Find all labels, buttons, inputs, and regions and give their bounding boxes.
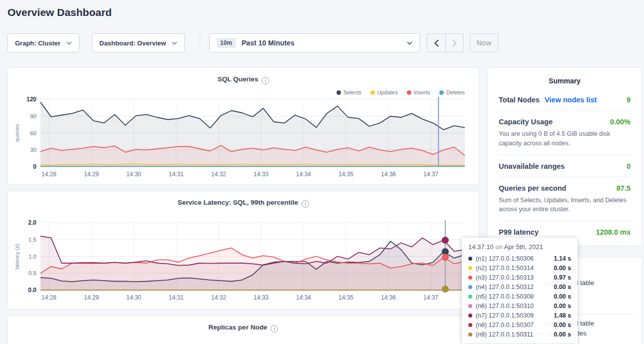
svg-text:30: 30	[30, 147, 36, 153]
tooltip-node-label: (n3) 127.0.0.1:50313	[476, 274, 534, 281]
svg-text:latency (s): latency (s)	[14, 244, 20, 269]
service-latency-chart[interactable]: 14:2814:2914:3014:3114:3214:3314:3414:35…	[8, 219, 480, 308]
tooltip-node-value: 0.97 s	[554, 274, 571, 281]
view-nodes-list-link[interactable]: View nodes list	[545, 96, 597, 104]
time-range-dropdown[interactable]: 10m Past 10 Minutes	[209, 33, 420, 52]
svg-text:14:36: 14:36	[381, 171, 396, 178]
qps-label: Queries per second	[499, 184, 566, 192]
svg-text:0: 0	[33, 163, 36, 170]
tooltip-node-label: (n7) 127.0.0.1:50309	[476, 312, 534, 319]
tooltip-node-value: 0.00 s	[554, 322, 571, 329]
tooltip-row: (n4) 127.0.0.1:503120.00 s	[468, 282, 571, 292]
chart-hover-tooltip: 14:37:10 on Apr 5th, 2021 (n1) 127.0.0.1…	[462, 238, 578, 344]
capacity-usage-description: You are using 0 B of 4.5 GiB usable disk…	[499, 129, 631, 148]
qps-description: Sum of Selects, Updates, Inserts, and De…	[499, 196, 631, 215]
legend-label: Updates	[377, 89, 398, 95]
summary-row-total-nodes: Total Nodes View nodes list 9	[499, 89, 631, 110]
summary-panel: Summary Total Nodes View nodes list 9 Ca…	[487, 67, 642, 246]
chevron-right-icon	[452, 39, 457, 47]
replicas-per-node-panel: Replicas per Nodei	[7, 316, 479, 344]
svg-text:14:32: 14:32	[211, 294, 226, 301]
tooltip-row: (n5) 127.0.0.1:503080.00 s	[468, 292, 571, 301]
summary-title: Summary	[488, 68, 642, 89]
svg-text:14:36: 14:36	[381, 294, 396, 301]
graph-selector-label: Graph: Cluster	[15, 39, 60, 47]
legend-item: Selects	[336, 89, 361, 95]
summary-row-unavailable-ranges: Unavailable ranges 0	[499, 155, 631, 177]
svg-text:14:28: 14:28	[41, 171, 56, 178]
svg-text:1.0: 1.0	[28, 254, 36, 260]
tooltip-node-label: (n5) 127.0.0.1:50308	[476, 293, 534, 300]
divider	[200, 34, 200, 52]
tooltip-row: (n7) 127.0.0.1:503091.48 s	[468, 311, 571, 320]
tooltip-time: 14:37:10	[468, 243, 494, 251]
svg-text:14:31: 14:31	[169, 294, 184, 301]
unavailable-ranges-label: Unavailable ranges	[499, 162, 565, 170]
graph-selector-dropdown[interactable]: Graph: Cluster	[7, 33, 79, 52]
legend-label: Inserts	[414, 89, 430, 95]
svg-text:90: 90	[30, 113, 36, 119]
sql-queries-title: SQL Queriesi	[8, 75, 479, 84]
summary-row-qps: Queries per second 87.5 Sum of Selects, …	[499, 177, 631, 221]
tooltip-node-label: (n8) 127.0.0.1:50307	[476, 322, 534, 329]
info-icon[interactable]: i	[262, 77, 269, 84]
tooltip-row: (n2) 127.0.0.1:503140.00 s	[468, 263, 571, 273]
sql-queries-chart[interactable]: 14:2814:2914:3014:3114:3214:3314:3414:35…	[8, 95, 480, 184]
tooltip-node-value: 0.00 s	[554, 284, 571, 291]
series-dot-icon	[468, 314, 472, 318]
svg-text:14:31: 14:31	[169, 171, 184, 178]
time-range-badge: 10m	[217, 38, 236, 48]
tooltip-row: (n3) 127.0.0.1:503130.97 s	[468, 273, 571, 282]
previous-time-button[interactable]	[427, 34, 445, 52]
series-dot-icon	[468, 333, 472, 337]
svg-text:14:35: 14:35	[338, 294, 353, 301]
tooltip-node-value: 0.00 s	[554, 265, 571, 272]
svg-text:0.0: 0.0	[28, 287, 36, 294]
series-dot-icon	[468, 266, 472, 270]
tooltip-node-value: 1.48 s	[554, 312, 571, 319]
time-step-buttons	[427, 33, 464, 52]
svg-text:14:30: 14:30	[126, 294, 141, 301]
series-dot-icon	[468, 285, 472, 289]
series-dot-icon	[439, 90, 444, 95]
series-dot-icon	[468, 323, 472, 327]
total-nodes-label: Total Nodes	[499, 96, 540, 104]
tooltip-on-word: on	[495, 243, 502, 251]
total-nodes-value: 9	[627, 96, 631, 104]
summary-row-capacity: Capacity Usage 0.00% You are using 0 B o…	[499, 110, 631, 155]
tooltip-node-label: (n6) 127.0.0.1:50310	[476, 303, 534, 310]
info-icon[interactable]: i	[271, 325, 278, 333]
legend-item: Deletes	[439, 89, 465, 95]
svg-text:60: 60	[30, 130, 36, 136]
replicas-per-node-title: Replicas per Nodei	[8, 324, 479, 333]
chevron-down-icon	[407, 41, 412, 45]
svg-text:14:34: 14:34	[296, 171, 311, 178]
time-range-label: Past 10 Minutes	[242, 39, 295, 47]
tooltip-timestamp: 14:37:10 on Apr 5th, 2021	[468, 243, 571, 251]
tooltip-node-label: (n9) 127.0.0.1:50311	[476, 331, 533, 338]
dashboard-selector-dropdown[interactable]: Dashboard: Overview	[92, 33, 185, 52]
tooltip-date: Apr 5th, 2021	[504, 243, 543, 251]
now-button[interactable]: Now	[470, 33, 498, 52]
tooltip-node-label: (n4) 127.0.0.1:50312	[476, 284, 534, 291]
svg-text:14:37: 14:37	[423, 294, 438, 301]
svg-text:2.0: 2.0	[28, 219, 36, 226]
tooltip-row: (n8) 127.0.0.1:503070.00 s	[468, 320, 571, 330]
chart-title-text: SQL Queries	[218, 75, 259, 83]
legend-label: Selects	[343, 89, 361, 95]
series-dot-icon	[468, 257, 472, 261]
sql-queries-legend: SelectsUpdatesInsertsDeletes	[336, 89, 465, 95]
capacity-usage-value: 0.00%	[610, 118, 631, 126]
svg-text:14:34: 14:34	[296, 294, 311, 301]
next-time-button[interactable]	[445, 34, 463, 52]
svg-text:14:29: 14:29	[84, 294, 99, 301]
info-icon[interactable]: i	[302, 200, 309, 208]
series-dot-icon	[336, 90, 341, 95]
chart-title-text: Service Latency: SQL, 99th percentile	[178, 199, 299, 206]
p99-latency-value: 1208.0 ms	[596, 228, 631, 236]
chevron-down-icon	[172, 41, 177, 45]
capacity-usage-label: Capacity Usage	[499, 118, 553, 126]
dashboard-selector-label: Dashboard: Overview	[99, 39, 166, 47]
tooltip-node-value: 0.00 s	[554, 331, 571, 338]
svg-text:queries: queries	[14, 124, 20, 142]
